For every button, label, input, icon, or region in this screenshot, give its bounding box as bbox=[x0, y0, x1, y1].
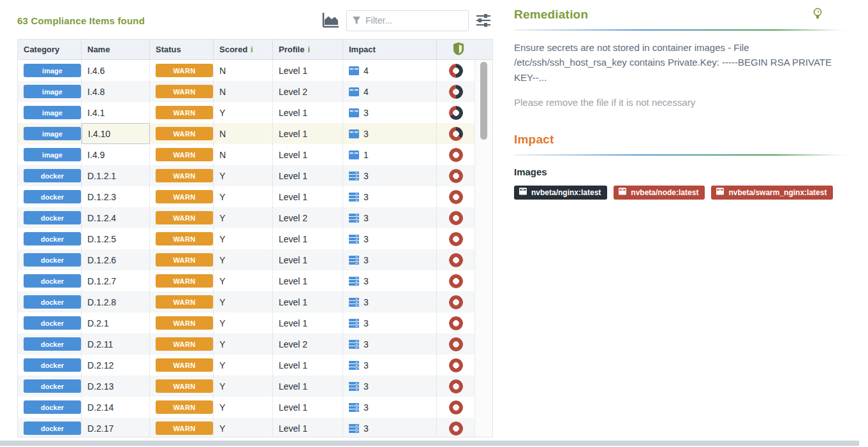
status-badge: WARN bbox=[156, 232, 213, 245]
severity-donut-chart[interactable] bbox=[449, 64, 463, 78]
info-icon[interactable]: i bbox=[251, 45, 253, 54]
name-cell[interactable]: D.2.13 bbox=[82, 376, 150, 397]
name-cell[interactable]: D.2.1 bbox=[82, 312, 150, 333]
column-header-impact[interactable]: Impact bbox=[343, 40, 437, 59]
category-badge[interactable]: image bbox=[24, 127, 81, 140]
category-badge[interactable]: docker bbox=[24, 295, 81, 309]
severity-donut-chart[interactable] bbox=[449, 316, 463, 330]
column-header-name[interactable]: Name bbox=[82, 40, 150, 59]
info-icon[interactable]: i bbox=[307, 45, 310, 54]
table-row[interactable]: dockerD.2.11WARNYLevel 23 bbox=[18, 333, 492, 355]
table-row[interactable]: dockerD.1.2.5WARNYLevel 13 bbox=[18, 228, 492, 249]
profile-value: Level 1 bbox=[279, 234, 307, 244]
severity-cell bbox=[437, 81, 474, 102]
category-badge[interactable]: docker bbox=[24, 400, 81, 414]
table-row[interactable]: dockerD.2.17WARNYLevel 13 bbox=[18, 418, 492, 437]
category-badge[interactable]: docker bbox=[24, 253, 81, 267]
name-cell[interactable]: D.1.2.1 bbox=[82, 165, 150, 186]
severity-donut-chart[interactable] bbox=[449, 421, 463, 436]
name-cell[interactable]: I.4.6 bbox=[82, 60, 150, 81]
category-badge[interactable]: docker bbox=[24, 316, 81, 330]
category-badge[interactable]: docker bbox=[24, 232, 81, 245]
table-row[interactable]: dockerD.1.2.8WARNYLevel 13 bbox=[18, 291, 492, 312]
severity-donut-chart[interactable] bbox=[449, 274, 463, 288]
vertical-scrollbar-thumb[interactable] bbox=[480, 62, 487, 140]
severity-donut-chart[interactable] bbox=[449, 253, 463, 267]
category-badge[interactable]: docker bbox=[24, 337, 81, 351]
name-cell[interactable]: D.2.14 bbox=[82, 397, 150, 418]
area-chart-icon[interactable] bbox=[321, 11, 341, 30]
table-row[interactable]: imageI.4.6WARNNLevel 14 bbox=[18, 60, 492, 81]
table-row[interactable]: dockerD.1.2.1WARNYLevel 13 bbox=[18, 165, 492, 186]
category-badge[interactable]: image bbox=[24, 148, 81, 161]
severity-donut-chart[interactable] bbox=[449, 127, 463, 141]
severity-donut-chart[interactable] bbox=[449, 169, 463, 183]
category-badge[interactable]: image bbox=[24, 64, 81, 77]
name-cell[interactable]: I.4.8 bbox=[82, 81, 150, 102]
compliance-id: D.2.11 bbox=[87, 339, 113, 349]
table-row[interactable]: imageI.4.8WARNNLevel 24 bbox=[18, 81, 492, 102]
impact-count: 1 bbox=[364, 150, 369, 160]
name-cell[interactable]: D.1.2.5 bbox=[82, 228, 150, 249]
table-row[interactable]: imageI.4.9WARNNLevel 11 bbox=[18, 144, 492, 165]
name-cell[interactable]: I.4.10 bbox=[82, 123, 150, 144]
category-badge[interactable]: docker bbox=[24, 274, 81, 288]
table-row[interactable]: dockerD.1.2.6WARNYLevel 13 bbox=[18, 249, 492, 270]
name-cell[interactable]: D.1.2.7 bbox=[82, 270, 150, 291]
name-cell[interactable]: D.1.2.6 bbox=[82, 249, 150, 270]
severity-donut-chart[interactable] bbox=[449, 358, 463, 372]
severity-donut-chart[interactable] bbox=[449, 232, 463, 246]
name-cell[interactable]: D.2.12 bbox=[82, 355, 150, 376]
name-cell[interactable]: D.2.11 bbox=[82, 333, 150, 355]
image-badge[interactable]: nvbeta/node:latest bbox=[614, 186, 705, 200]
column-header-scored[interactable]: Scoredi bbox=[214, 40, 273, 59]
severity-donut-chart[interactable] bbox=[449, 379, 463, 393]
image-badge[interactable]: nvbeta/nginx:latest bbox=[514, 186, 607, 200]
table-row[interactable]: imageI.4.1WARNYLevel 13 bbox=[18, 102, 492, 123]
category-badge[interactable]: docker bbox=[24, 190, 81, 203]
column-header-profile[interactable]: Profilei bbox=[273, 40, 343, 59]
column-header-shield[interactable] bbox=[437, 40, 474, 59]
severity-donut-chart[interactable] bbox=[449, 106, 463, 120]
category-badge[interactable]: image bbox=[24, 106, 81, 119]
table-row[interactable]: dockerD.2.12WARNYLevel 13 bbox=[18, 355, 492, 376]
name-cell[interactable]: D.2.17 bbox=[82, 418, 150, 437]
lightbulb-icon[interactable] bbox=[813, 8, 823, 24]
table-row[interactable]: dockerD.2.14WARNYLevel 13 bbox=[18, 397, 492, 418]
horizontal-scrollbar-thumb[interactable] bbox=[0, 441, 859, 446]
name-cell[interactable]: D.1.2.3 bbox=[82, 186, 150, 207]
category-badge[interactable]: docker bbox=[24, 169, 81, 182]
filter-input[interactable] bbox=[365, 15, 463, 26]
table-row[interactable]: imageI.4.10WARNNLevel 13 bbox=[18, 123, 492, 144]
profile-value: Level 1 bbox=[279, 318, 307, 328]
vertical-scrollbar[interactable] bbox=[474, 60, 492, 437]
category-badge[interactable]: docker bbox=[24, 421, 81, 435]
name-cell[interactable]: D.1.2.4 bbox=[82, 207, 150, 228]
severity-donut-chart[interactable] bbox=[449, 85, 463, 99]
sliders-icon[interactable] bbox=[474, 11, 493, 30]
compliance-id: I.4.9 bbox=[87, 150, 105, 160]
category-badge[interactable]: docker bbox=[24, 379, 81, 393]
image-badge[interactable]: nvbeta/swarm_nginx:latest bbox=[711, 186, 833, 200]
severity-donut-chart[interactable] bbox=[449, 337, 463, 351]
severity-donut-chart[interactable] bbox=[449, 190, 463, 204]
table-row[interactable]: dockerD.2.1WARNYLevel 13 bbox=[18, 312, 492, 333]
column-header-status[interactable]: Status bbox=[150, 40, 214, 59]
severity-donut-chart[interactable] bbox=[449, 295, 463, 309]
severity-donut-chart[interactable] bbox=[449, 148, 463, 162]
severity-donut-chart[interactable] bbox=[449, 211, 463, 225]
table-row[interactable]: dockerD.2.13WARNYLevel 13 bbox=[18, 376, 492, 397]
table-row[interactable]: dockerD.1.2.7WARNYLevel 13 bbox=[18, 270, 492, 291]
category-badge[interactable]: docker bbox=[24, 211, 81, 224]
name-cell[interactable]: I.4.9 bbox=[82, 144, 150, 165]
horizontal-scrollbar[interactable] bbox=[0, 440, 868, 446]
category-badge[interactable]: image bbox=[24, 85, 81, 98]
name-cell[interactable]: D.1.2.8 bbox=[82, 291, 150, 312]
column-header-category[interactable]: Category bbox=[18, 40, 82, 59]
name-cell[interactable]: I.4.1 bbox=[82, 102, 150, 123]
table-row[interactable]: dockerD.1.2.4WARNYLevel 23 bbox=[18, 207, 492, 228]
severity-donut-chart[interactable] bbox=[449, 400, 463, 414]
profile-value: Level 2 bbox=[279, 339, 307, 349]
table-row[interactable]: dockerD.1.2.3WARNYLevel 13 bbox=[18, 186, 492, 207]
category-badge[interactable]: docker bbox=[24, 358, 81, 372]
